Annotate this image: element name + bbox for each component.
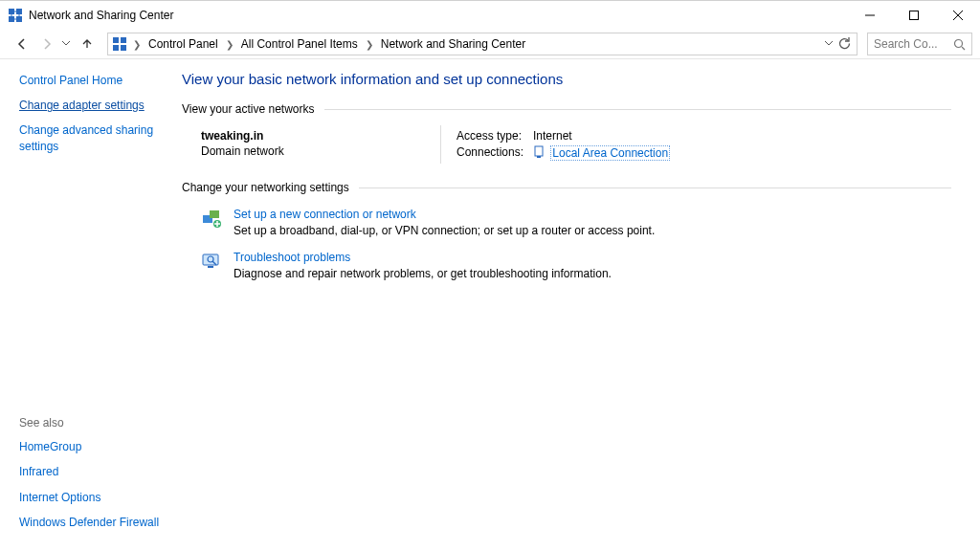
svg-rect-0: [9, 9, 14, 14]
titlebar: Network and Sharing Center: [0, 1, 980, 30]
forward-button[interactable]: [36, 33, 57, 55]
change-adapter-settings-link[interactable]: Change adapter settings: [19, 99, 145, 112]
nav-row: ❯ Control Panel ❯ All Control Panel Item…: [0, 30, 980, 58]
control-panel-home-link[interactable]: Control Panel Home: [19, 74, 122, 87]
svg-rect-1: [16, 9, 22, 14]
chevron-right-icon[interactable]: ❯: [131, 39, 143, 50]
connections-label: Connections:: [457, 145, 533, 160]
svg-rect-7: [113, 45, 119, 51]
troubleshoot-icon: [201, 251, 222, 272]
breadcrumb-item[interactable]: Control Panel: [146, 35, 220, 53]
page-title: View your basic network information and …: [182, 71, 951, 87]
access-type-label: Access type:: [457, 129, 533, 143]
task-setup-connection: Set up a new connection or network Set u…: [182, 204, 951, 247]
access-type-value: Internet: [533, 129, 572, 143]
network-type: Domain network: [201, 144, 440, 158]
svg-rect-5: [113, 37, 119, 43]
svg-rect-16: [208, 266, 213, 268]
svg-rect-2: [9, 16, 14, 22]
window-title: Network and Sharing Center: [29, 9, 173, 22]
svg-rect-3: [16, 16, 22, 22]
network-name: tweaking.in: [201, 129, 440, 143]
divider: [324, 109, 951, 110]
network-center-icon: [112, 36, 127, 52]
chevron-right-icon[interactable]: ❯: [364, 39, 375, 50]
chevron-right-icon[interactable]: ❯: [224, 39, 235, 50]
maximize-button[interactable]: [892, 1, 936, 30]
active-network-panel: tweaking.in Domain network Access type: …: [182, 125, 951, 177]
task-description: Diagnose and repair network problems, or…: [234, 267, 612, 280]
active-networks-heading: View your active networks: [182, 102, 315, 116]
search-input[interactable]: Search Co...: [867, 33, 972, 55]
svg-point-9: [955, 39, 963, 47]
see-also-link[interactable]: HomeGroup: [19, 440, 81, 453]
address-dropdown-icon[interactable]: [824, 37, 834, 51]
recent-locations-dropdown[interactable]: [61, 37, 73, 51]
svg-rect-10: [535, 146, 543, 156]
search-placeholder: Search Co...: [874, 37, 953, 51]
up-button[interactable]: [77, 33, 98, 55]
change-advanced-sharing-link[interactable]: Change advanced sharing settings: [19, 123, 153, 152]
svg-rect-11: [537, 156, 541, 158]
ethernet-icon: [533, 145, 545, 159]
minimize-button[interactable]: [848, 1, 892, 30]
breadcrumb-item[interactable]: All Control Panel Items: [239, 35, 360, 53]
setup-connection-icon: [201, 208, 222, 229]
search-icon: [953, 38, 966, 51]
see-also-link[interactable]: Windows Defender Firewall: [19, 516, 159, 529]
close-button[interactable]: [936, 1, 980, 30]
change-settings-heading: Change your networking settings: [182, 181, 349, 194]
connection-link[interactable]: Local Area Connection: [550, 145, 670, 161]
svg-rect-8: [121, 45, 126, 51]
task-title-link[interactable]: Set up a new connection or network: [234, 208, 655, 221]
task-troubleshoot: Troubleshoot problems Diagnose and repai…: [182, 247, 951, 290]
network-center-icon: [8, 8, 23, 23]
sidebar: Control Panel Home Change adapter settin…: [0, 59, 172, 551]
address-bar[interactable]: ❯ Control Panel ❯ All Control Panel Item…: [107, 33, 858, 55]
task-description: Set up a broadband, dial-up, or VPN conn…: [234, 224, 655, 237]
svg-rect-6: [121, 37, 126, 43]
divider: [440, 125, 441, 164]
breadcrumb-item[interactable]: Network and Sharing Center: [379, 35, 527, 53]
see-also-heading: See also: [19, 416, 165, 430]
svg-rect-4: [910, 11, 919, 20]
refresh-icon[interactable]: [837, 36, 851, 53]
see-also-link[interactable]: Internet Options: [19, 491, 100, 504]
content: View your basic network information and …: [172, 59, 980, 551]
divider: [359, 187, 951, 188]
svg-rect-13: [210, 210, 219, 218]
task-title-link[interactable]: Troubleshoot problems: [234, 251, 612, 264]
back-button[interactable]: [11, 33, 33, 55]
see-also-link[interactable]: Infrared: [19, 465, 58, 478]
